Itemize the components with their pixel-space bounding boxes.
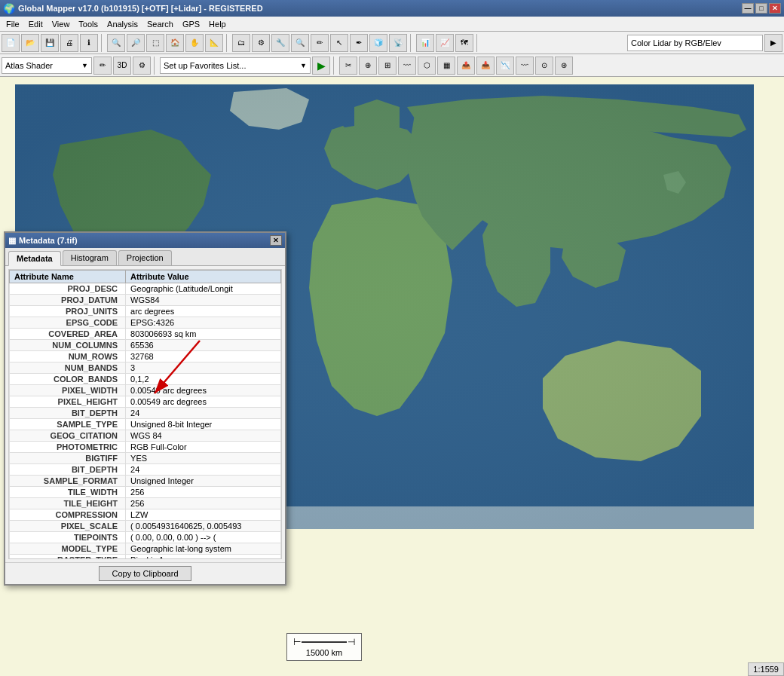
zoom-level: 1:1559 <box>748 662 784 676</box>
play-btn[interactable]: ▶ <box>312 57 330 75</box>
layers-button[interactable]: 🗂 <box>232 34 250 52</box>
metadata-table-container[interactable]: Attribute Name Attribute Value PROJ_DESC… <box>8 269 282 559</box>
import-btn[interactable]: 📥 <box>476 57 495 75</box>
more-btn1[interactable]: 📊 <box>416 34 434 52</box>
attr-name-cell: TILE_HEIGHT <box>10 498 126 509</box>
new-button[interactable]: 📄 <box>2 34 20 52</box>
sep1 <box>101 34 104 52</box>
extra1-btn[interactable]: ⊙ <box>535 57 553 75</box>
pan-button[interactable]: ✋ <box>185 34 204 52</box>
merge-btn[interactable]: ⊕ <box>359 57 377 75</box>
zoom-out-button[interactable]: 🔎 <box>127 34 145 52</box>
config-button[interactable]: ⚙ <box>252 34 270 52</box>
shader-3d-btn[interactable]: 3D <box>113 57 131 75</box>
copy-to-clipboard-button[interactable]: Copy to Clipboard <box>99 566 191 581</box>
shader-dropdown[interactable]: Atlas Shader ▼ <box>2 57 92 74</box>
select-btn[interactable]: ↖ <box>330 34 348 52</box>
table-row: PIXEL_WIDTH0.00549 arc degrees <box>10 385 281 396</box>
menu-item-gps[interactable]: GPS <box>178 19 204 29</box>
shader-label: Atlas Shader <box>5 61 53 70</box>
attr-value-cell: 24 <box>126 464 281 476</box>
print-button[interactable]: 🖨 <box>60 34 78 52</box>
open-button[interactable]: 📂 <box>21 34 39 52</box>
menu-item-edit[interactable]: Edit <box>24 19 47 29</box>
attr-value-cell: ( 0.00, 0.00, 0.00 ) --> ( <box>126 532 281 543</box>
title-bar-controls[interactable]: — □ ✕ <box>742 3 781 14</box>
zoom-rect-button[interactable]: ⬚ <box>146 34 164 52</box>
title-bar-left: 🌍 Global Mapper v17.0 (b101915) [+OTF] [… <box>3 3 263 14</box>
table-row: BIT_DEPTH24 <box>10 408 281 419</box>
3d-btn[interactable]: 🧊 <box>369 34 387 52</box>
table-row: GEOG_CITATIONWGS 84 <box>10 430 281 442</box>
col-header-attr-name: Attribute Name <box>10 271 126 283</box>
measure-button[interactable]: 📐 <box>205 34 223 52</box>
table-row: PROJ_DESCGeographic (Latitude/Longit <box>10 283 281 295</box>
menu-item-analysis[interactable]: Analysis <box>103 19 142 29</box>
tools-button[interactable]: 🔧 <box>271 34 289 52</box>
dialog-tab-metadata[interactable]: Metadata <box>8 251 61 266</box>
minimize-button[interactable]: — <box>742 3 754 14</box>
contour-btn[interactable]: 〰 <box>398 57 416 75</box>
analyze-btn[interactable]: 📉 <box>496 57 514 75</box>
color-options-btn[interactable]: ▶ <box>764 34 782 52</box>
attr-name-cell: COMPRESSION <box>10 509 126 521</box>
title-bar: 🌍 Global Mapper v17.0 (b101915) [+OTF] [… <box>0 0 784 17</box>
table-row: EPSG_CODEEPSG:4326 <box>10 317 281 329</box>
menu-item-view[interactable]: View <box>47 19 75 29</box>
zoom-full-button[interactable]: 🏠 <box>166 34 184 52</box>
shader-opt-btn[interactable]: ⚙ <box>133 57 151 75</box>
col-header-attr-value: Attribute Value <box>126 271 281 283</box>
attr-value-cell: LZW <box>126 509 281 521</box>
menu-item-search[interactable]: Search <box>142 19 178 29</box>
attr-name-cell: BIT_DEPTH <box>10 408 126 419</box>
metadata-table: Attribute Name Attribute Value PROJ_DESC… <box>9 270 281 559</box>
table-row: NUM_ROWS32768 <box>10 351 281 362</box>
sep4 <box>476 34 479 52</box>
dialog-titlebar[interactable]: ▦ Metadata (7.tif) ✕ <box>5 233 285 248</box>
maximize-button[interactable]: □ <box>755 3 767 14</box>
attr-value-cell: 803006693 sq km <box>126 329 281 340</box>
dialog-content: Attribute Name Attribute Value PROJ_DESC… <box>5 266 285 562</box>
more-btn3[interactable]: 🗺 <box>455 34 473 52</box>
save-button[interactable]: 💾 <box>41 34 59 52</box>
attr-name-cell: PHOTOMETRIC <box>10 442 126 453</box>
dialog-close-button[interactable]: ✕ <box>270 235 282 246</box>
dialog-footer: Copy to Clipboard <box>5 562 285 584</box>
color-dropdown[interactable]: Color Lidar by RGB/Elev <box>627 35 763 51</box>
grid-btn[interactable]: ⊞ <box>378 57 397 75</box>
app-icon: 🌍 <box>3 3 15 14</box>
attr-name-cell: BIT_DEPTH <box>10 464 126 476</box>
menu-item-help[interactable]: Help <box>204 19 231 29</box>
attr-value-cell: Unsigned Integer <box>126 476 281 487</box>
zoom-in-button[interactable]: 🔍 <box>107 34 125 52</box>
path-btn[interactable]: 〰 <box>516 57 534 75</box>
attr-name-cell: COLOR_BANDS <box>10 374 126 385</box>
attr-name-cell: TIEPOINTS <box>10 532 126 543</box>
search-btn[interactable]: 🔍 <box>291 34 309 52</box>
info-button[interactable]: ℹ <box>80 34 98 52</box>
menu-item-tools[interactable]: Tools <box>74 19 103 29</box>
dialog-tab-histogram[interactable]: Histogram <box>63 250 117 265</box>
attr-value-cell: 0.00549 arc degrees <box>126 385 281 396</box>
table-row: TILE_WIDTH256 <box>10 487 281 498</box>
export-btn[interactable]: 📤 <box>457 57 475 75</box>
lidar-btn[interactable]: 📡 <box>389 34 407 52</box>
menu-item-file[interactable]: File <box>2 19 24 29</box>
dialog-tab-projection[interactable]: Projection <box>118 250 172 265</box>
favorites-label: Set up Favorites List... <box>164 61 246 70</box>
crop-btn[interactable]: ✂ <box>339 57 357 75</box>
sep6 <box>333 57 336 75</box>
more-btn2[interactable]: 📈 <box>436 34 454 52</box>
edit-btn[interactable]: ✏ <box>311 34 329 52</box>
draw-btn[interactable]: ✒ <box>350 34 368 52</box>
extra2-btn[interactable]: ⊛ <box>555 57 573 75</box>
attr-name-cell: MODEL_TYPE <box>10 543 126 555</box>
shader-edit-btn[interactable]: ✏ <box>93 57 112 75</box>
attr-value-cell: EPSG:4326 <box>126 317 281 329</box>
attr-name-cell: PROJ_DATUM <box>10 295 126 306</box>
favorites-dropdown[interactable]: Set up Favorites List... ▼ <box>160 57 311 74</box>
attr-name-cell: PIXEL_WIDTH <box>10 385 126 396</box>
vector-btn[interactable]: ⬡ <box>418 57 436 75</box>
close-button[interactable]: ✕ <box>769 3 781 14</box>
raster-btn[interactable]: ▦ <box>437 57 455 75</box>
